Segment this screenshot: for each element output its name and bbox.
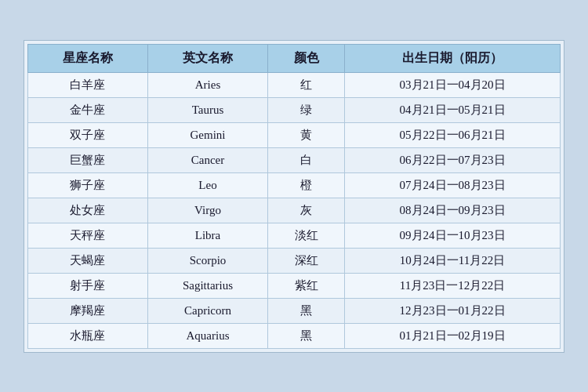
- cell-english-name: Capricorn: [147, 298, 267, 323]
- cell-english-name: Sagittarius: [147, 273, 267, 298]
- zodiac-table: 星座名称 英文名称 颜色 出生日期（阳历） 白羊座Aries红03月21日一04…: [27, 44, 561, 349]
- cell-english-name: Virgo: [147, 198, 267, 223]
- cell-color: 黑: [268, 298, 345, 323]
- col-header-dates: 出生日期（阳历）: [345, 44, 561, 72]
- cell-dates: 07月24日一08月23日: [345, 172, 561, 198]
- cell-english-name: Libra: [147, 223, 267, 248]
- cell-chinese-name: 狮子座: [28, 172, 148, 198]
- table-row: 双子座Gemini黄05月22日一06月21日: [28, 122, 561, 147]
- cell-dates: 08月24日一09月23日: [345, 198, 561, 223]
- cell-chinese-name: 巨蟹座: [28, 147, 148, 172]
- cell-color: 黄: [268, 122, 345, 147]
- table-row: 水瓶座Aquarius黑01月21日一02月19日: [28, 323, 561, 348]
- cell-english-name: Taurus: [147, 97, 267, 122]
- table-row: 天蝎座Scorpio深红10月24日一11月22日: [28, 248, 561, 273]
- cell-color: 灰: [268, 198, 345, 223]
- cell-chinese-name: 射手座: [28, 273, 148, 298]
- cell-color: 绿: [268, 97, 345, 122]
- cell-color: 深红: [268, 248, 345, 273]
- table-row: 射手座Sagittarius紫红11月23日一12月22日: [28, 273, 561, 298]
- table-row: 狮子座Leo橙07月24日一08月23日: [28, 172, 561, 198]
- cell-english-name: Aries: [147, 72, 267, 97]
- cell-chinese-name: 白羊座: [28, 72, 148, 97]
- cell-dates: 09月24日一10月23日: [345, 223, 561, 248]
- col-header-english: 英文名称: [147, 44, 267, 72]
- cell-chinese-name: 摩羯座: [28, 298, 148, 323]
- cell-english-name: Scorpio: [147, 248, 267, 273]
- cell-dates: 11月23日一12月22日: [345, 273, 561, 298]
- cell-english-name: Cancer: [147, 147, 267, 172]
- cell-dates: 01月21日一02月19日: [345, 323, 561, 348]
- cell-dates: 12月23日一01月22日: [345, 298, 561, 323]
- cell-color: 淡红: [268, 223, 345, 248]
- cell-chinese-name: 双子座: [28, 122, 148, 147]
- table-row: 处女座Virgo灰08月24日一09月23日: [28, 198, 561, 223]
- cell-color: 白: [268, 147, 345, 172]
- cell-english-name: Leo: [147, 172, 267, 198]
- cell-color: 红: [268, 72, 345, 97]
- cell-dates: 03月21日一04月20日: [345, 72, 561, 97]
- cell-english-name: Aquarius: [147, 323, 267, 348]
- cell-color: 黑: [268, 323, 345, 348]
- cell-dates: 04月21日一05月21日: [345, 97, 561, 122]
- table-header-row: 星座名称 英文名称 颜色 出生日期（阳历）: [28, 44, 561, 72]
- cell-chinese-name: 金牛座: [28, 97, 148, 122]
- cell-chinese-name: 天秤座: [28, 223, 148, 248]
- cell-dates: 05月22日一06月21日: [345, 122, 561, 147]
- table-row: 金牛座Taurus绿04月21日一05月21日: [28, 97, 561, 122]
- cell-dates: 06月22日一07月23日: [345, 147, 561, 172]
- table-row: 白羊座Aries红03月21日一04月20日: [28, 72, 561, 97]
- table-row: 天秤座Libra淡红09月24日一10月23日: [28, 223, 561, 248]
- col-header-chinese: 星座名称: [28, 44, 148, 72]
- cell-english-name: Gemini: [147, 122, 267, 147]
- table-row: 摩羯座Capricorn黑12月23日一01月22日: [28, 298, 561, 323]
- cell-chinese-name: 天蝎座: [28, 248, 148, 273]
- cell-chinese-name: 处女座: [28, 198, 148, 223]
- cell-color: 橙: [268, 172, 345, 198]
- cell-color: 紫红: [268, 273, 345, 298]
- cell-dates: 10月24日一11月22日: [345, 248, 561, 273]
- col-header-color: 颜色: [268, 44, 345, 72]
- zodiac-table-container: 星座名称 英文名称 颜色 出生日期（阳历） 白羊座Aries红03月21日一04…: [24, 40, 564, 353]
- cell-chinese-name: 水瓶座: [28, 323, 148, 348]
- table-row: 巨蟹座Cancer白06月22日一07月23日: [28, 147, 561, 172]
